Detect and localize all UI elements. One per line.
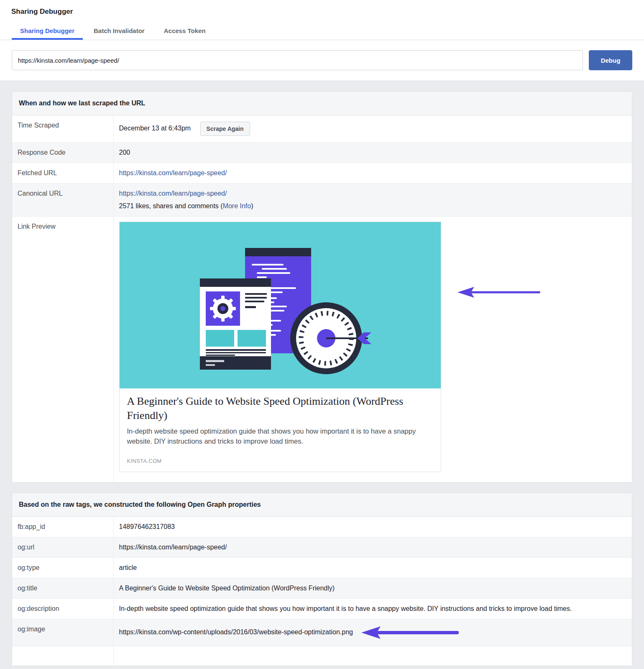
row-label: Fetched URL: [12, 163, 113, 184]
table-row-link-preview: Link Preview: [12, 217, 632, 483]
url-bar: Debug: [12, 50, 632, 70]
engagement-stats: 2571 likes, shares and comments (More In…: [119, 202, 626, 210]
annotation-arrow-icon: [457, 286, 541, 299]
scrape-info-card: When and how we last scraped the URL Tim…: [12, 91, 632, 483]
tab-sharing-debugger[interactable]: Sharing Debugger: [12, 27, 83, 40]
row-value: https://kinsta.com/learn/page-speed/: [113, 537, 632, 558]
row-label: og:title: [12, 578, 113, 599]
tab-bar: Sharing Debugger Batch Invalidator Acces…: [0, 27, 644, 40]
row-label: og:image: [12, 619, 113, 646]
table-row-canonical-url: Canonical URL https://kinsta.com/learn/p…: [12, 184, 632, 217]
table-row-og: og:type article: [12, 558, 632, 578]
row-label: Link Preview: [12, 217, 113, 483]
response-code-value: 200: [113, 143, 632, 163]
table-row-response-code: Response Code 200: [12, 143, 632, 163]
table-row-og: fb:app_id 148976462317083: [12, 517, 632, 537]
row-label: og:url: [12, 537, 113, 558]
table-row-og-image: og:image https://kinsta.com/wp-content/u…: [12, 619, 632, 646]
row-value: A Beginner's Guide to Website Speed Opti…: [113, 578, 632, 599]
tab-batch-invalidator[interactable]: Batch Invalidator: [85, 27, 153, 40]
row-label: Time Scraped: [12, 115, 113, 143]
canonical-url-link[interactable]: https://kinsta.com/learn/page-speed/: [119, 190, 227, 197]
link-preview-description: In-depth website speed optimization guid…: [127, 426, 433, 447]
row-label: fb:app_id: [12, 517, 113, 537]
open-graph-card: Based on the raw tags, we constructed th…: [12, 493, 632, 666]
og-properties-table: fb:app_id 148976462317083 og:url https:/…: [12, 517, 632, 666]
time-scraped-value: December 13 at 6:43pm: [119, 125, 191, 132]
link-preview-title: A Beginner's Guide to Website Speed Opti…: [127, 394, 433, 423]
url-input[interactable]: [12, 50, 583, 70]
row-label: og:description: [12, 599, 113, 619]
table-row-og: og:url https://kinsta.com/learn/page-spe…: [12, 537, 632, 558]
og-image-value: https://kinsta.com/wp-content/uploads/20…: [119, 629, 353, 636]
scrape-card-header: When and how we last scraped the URL: [12, 92, 632, 115]
row-value: In-depth website speed optimization guid…: [113, 599, 632, 619]
table-row-og: og:description In-depth website speed op…: [12, 599, 632, 619]
link-preview-illustration: [120, 222, 441, 388]
row-label: og:type: [12, 558, 113, 578]
scrape-info-table: Time Scraped December 13 at 6:43pm Scrap…: [12, 115, 632, 482]
table-row-og: og:title A Beginner's Guide to Website S…: [12, 578, 632, 599]
scrape-again-button[interactable]: Scrape Again: [200, 122, 250, 136]
annotation-arrow-icon: [361, 626, 460, 640]
table-row-time-scraped: Time Scraped December 13 at 6:43pm Scrap…: [12, 115, 632, 143]
table-row-fetched-url: Fetched URL https://kinsta.com/learn/pag…: [12, 163, 632, 184]
page-title: Sharing Debugger: [0, 0, 644, 16]
og-card-header: Based on the raw tags, we constructed th…: [12, 493, 632, 517]
page-body: When and how we last scraped the URL Tim…: [0, 80, 644, 669]
debug-button[interactable]: Debug: [589, 50, 632, 70]
app-header: Sharing Debugger Sharing Debugger Batch …: [0, 0, 644, 70]
link-preview-domain: KINSTA.COM: [127, 458, 433, 464]
tab-access-token[interactable]: Access Token: [156, 27, 214, 40]
table-row-og: [12, 646, 632, 666]
link-preview-text: A Beginner's Guide to Website Speed Opti…: [120, 388, 441, 472]
fetched-url-link[interactable]: https://kinsta.com/learn/page-speed/: [119, 169, 227, 176]
link-preview-card[interactable]: A Beginner's Guide to Website Speed Opti…: [119, 222, 441, 472]
more-info-link[interactable]: More Info: [223, 202, 251, 209]
row-value: article: [113, 558, 632, 578]
engagement-text-suffix: ): [251, 202, 253, 209]
engagement-text: 2571 likes, shares and comments (: [119, 202, 223, 209]
row-value: 148976462317083: [113, 517, 632, 537]
row-label: Response Code: [12, 143, 113, 163]
row-label: Canonical URL: [12, 184, 113, 217]
